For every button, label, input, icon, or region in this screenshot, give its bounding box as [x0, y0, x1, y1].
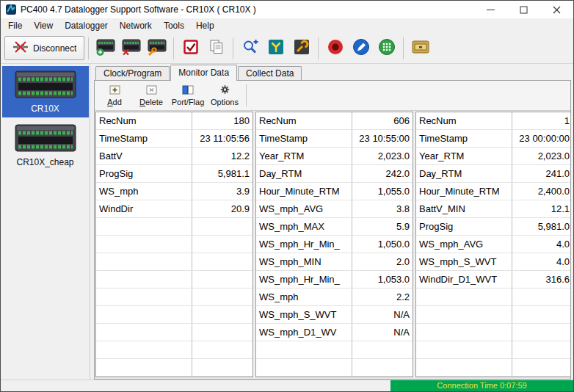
maximize-button[interactable] [507, 1, 540, 18]
table-row[interactable]: WS_mph_S_WVT4.0 [416, 253, 570, 271]
table-row[interactable]: ProgSig5,981.1 [96, 165, 253, 183]
field-value-cell: 4.0 [512, 253, 570, 270]
table-row[interactable]: WS_mph2.2 [256, 288, 413, 306]
table-row[interactable] [96, 218, 253, 236]
field-value-cell: 242.0 [352, 165, 413, 182]
field-name-cell: RecNum [416, 112, 512, 129]
field-value-cell: 1 [512, 112, 570, 129]
menu-item-datalogger[interactable]: Datalogger [59, 18, 114, 33]
monitor-table-2: RecNum606TimeStamp23 10:55:00Year_RTM2,0… [255, 112, 413, 377]
tab-collect-data[interactable]: Collect Data [238, 66, 302, 80]
station-item-cr10x[interactable]: CR10X [2, 66, 89, 117]
field-value-cell: 1,055.0 [352, 183, 413, 200]
delete-value-button[interactable]: Delete [133, 82, 170, 109]
field-value-cell [512, 324, 570, 341]
table-row[interactable]: WS_mph3.9 [96, 183, 253, 200]
subtoolbar-separator [246, 84, 247, 106]
table-row[interactable]: ProgSig5,981.0 [416, 218, 570, 236]
table-row[interactable] [96, 253, 253, 271]
table-row[interactable] [96, 271, 253, 288]
table-row[interactable]: RecNum606 [256, 112, 413, 130]
field-name-cell: Day_RTM [416, 165, 512, 182]
table-row[interactable] [96, 341, 253, 359]
table-row[interactable]: RecNum1 [416, 112, 570, 130]
options-button[interactable]: Options [206, 82, 243, 109]
table-row[interactable] [96, 236, 253, 253]
table-row[interactable] [416, 306, 570, 324]
monitor-table-3: RecNum1TimeStamp23 00:00:00Year_RTM2,023… [415, 112, 570, 377]
add-value-button[interactable]: Add [96, 82, 133, 109]
table-row[interactable] [416, 341, 570, 359]
table-row[interactable]: WS_mph_MAX5.9 [256, 218, 413, 236]
table-row[interactable] [416, 288, 570, 306]
edit-datalogger-button[interactable] [144, 36, 170, 61]
table-row[interactable] [416, 359, 570, 377]
table-row[interactable]: Day_RTM241.0 [416, 165, 570, 183]
tab-monitor-data[interactable]: Monitor Data [170, 65, 237, 81]
status-table-button[interactable] [178, 36, 203, 61]
station-label: CR10X [2, 104, 89, 114]
stop-button[interactable] [322, 36, 348, 61]
table-row[interactable]: TimeStamp23 00:00:00 [416, 130, 570, 148]
add-value-label: Add [107, 98, 122, 106]
ezsetup-button[interactable] [237, 36, 263, 61]
table-row[interactable]: Hour_Minute_RTM2,400.0 [416, 183, 570, 200]
table-row[interactable]: WindDir_D1_WVT316.6 [416, 271, 570, 288]
table-row[interactable] [256, 359, 413, 377]
table-row[interactable]: WS_mph_MIN2.0 [256, 253, 413, 271]
table-row[interactable]: BattV12.2 [96, 148, 253, 165]
field-name-cell [96, 253, 192, 270]
table-row[interactable] [96, 288, 253, 306]
table-row[interactable]: WS_mph_Hr_Min_1,050.0 [256, 236, 413, 253]
menu-item-tools[interactable]: Tools [158, 18, 190, 33]
station-item-cr10x_cheap[interactable]: CR10X_cheap [2, 120, 89, 171]
table-row[interactable]: RecNum180 [96, 112, 253, 130]
minimize-button[interactable] [474, 1, 507, 18]
table-row[interactable] [416, 324, 570, 341]
add-datalogger-button[interactable] [92, 36, 118, 61]
table-row[interactable]: WS_mph_AVG4.0 [416, 236, 570, 253]
table-row[interactable]: WS_mph_AVG3.8 [256, 200, 413, 218]
close-button[interactable] [540, 1, 573, 18]
menu-item-network[interactable]: Network [114, 18, 158, 33]
file-control-button[interactable] [203, 36, 229, 61]
table-row[interactable] [96, 324, 253, 341]
table-row[interactable] [96, 306, 253, 324]
field-name-cell: WS_mph_Hr_Min_ [256, 236, 352, 253]
field-value-cell: 20.9 [192, 200, 253, 217]
field-value-cell: 180 [192, 112, 253, 129]
menu-item-help[interactable]: Help [190, 18, 220, 33]
table-row[interactable]: WindDir20.9 [96, 200, 253, 218]
tab-clock-program[interactable]: Clock/Program [95, 66, 170, 80]
table-row[interactable]: Year_RTM2,023.0 [416, 148, 570, 165]
table-row[interactable]: TimeStamp23 10:55:00 [256, 130, 413, 148]
table-row[interactable]: WS_mph_D1_WVN/A [256, 324, 413, 341]
file-drawer-button[interactable] [407, 36, 433, 61]
menu-bar: FileViewDataloggerNetworkToolsHelp [1, 18, 573, 33]
field-value-cell: 1,050.0 [352, 236, 413, 253]
table-row[interactable]: BattV_MIN12.1 [416, 200, 570, 218]
table-row[interactable]: WS_mph_S_WVTN/A [256, 306, 413, 324]
field-value-cell: 2.2 [352, 288, 413, 305]
table-row[interactable]: TimeStamp23 11:05:56 [96, 130, 253, 148]
toolbar-separator [233, 37, 233, 59]
table-row[interactable] [96, 359, 253, 377]
table-row[interactable]: Year_RTM2,023.0 [256, 148, 413, 165]
setup-wrench-button[interactable] [288, 36, 314, 61]
field-name-cell: TimeStamp [256, 130, 352, 147]
split-button[interactable] [263, 36, 288, 61]
numeric-display-button[interactable] [374, 36, 399, 61]
program-edit-button[interactable] [348, 36, 374, 61]
field-value-cell: 3.8 [352, 200, 413, 217]
delete-value-label: Delete [139, 98, 163, 106]
table-row[interactable]: WS_mph_Hr_Min_1,053.0 [256, 271, 413, 288]
disconnect-button[interactable]: Disconnect [4, 36, 84, 60]
menu-item-file[interactable]: File [2, 18, 28, 33]
menu-item-view[interactable]: View [28, 18, 59, 33]
field-name-cell [96, 359, 192, 376]
table-row[interactable]: Hour_Minute_RTM1,055.0 [256, 183, 413, 200]
port-flag-button[interactable]: Port/Flag [170, 82, 206, 109]
delete-datalogger-button[interactable] [118, 36, 144, 61]
table-row[interactable] [256, 341, 413, 359]
table-row[interactable]: Day_RTM242.0 [256, 165, 413, 183]
